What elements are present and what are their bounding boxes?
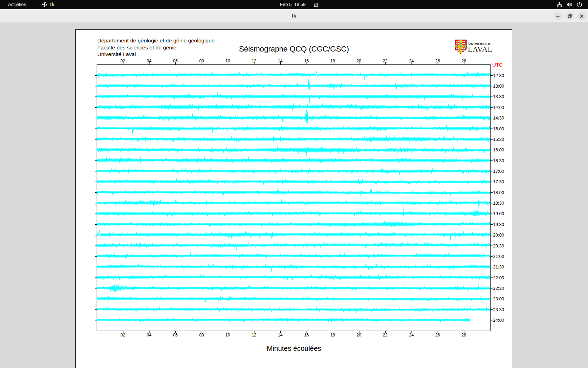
svg-text:20: 20 [357,59,362,63]
svg-text:24: 24 [409,333,414,338]
svg-text:21:00: 21:00 [493,254,504,259]
svg-text:06: 06 [173,333,178,338]
svg-text:28: 28 [462,333,467,338]
svg-text:26: 26 [435,59,440,63]
svg-text:13:30: 13:30 [493,94,504,99]
svg-text:14:00: 14:00 [493,105,504,110]
svg-text:Faculté des sciences et de gén: Faculté des sciences et de génie [97,45,176,50]
svg-text:24:00: 24:00 [493,318,504,323]
svg-text:02: 02 [120,59,125,63]
svg-text:04: 04 [147,333,152,338]
svg-text:15:30: 15:30 [493,137,504,142]
svg-text:08: 08 [199,59,204,63]
svg-text:21:30: 21:30 [493,265,504,270]
svg-text:19:30: 19:30 [493,222,504,227]
svg-text:18: 18 [330,59,335,63]
svg-text:20:30: 20:30 [493,244,504,248]
svg-text:15:00: 15:00 [493,127,504,131]
svg-text:24: 24 [409,59,414,63]
svg-text:22: 22 [383,59,388,63]
svg-text:16:00: 16:00 [493,148,504,152]
svg-text:22: 22 [383,333,388,338]
svg-text:14: 14 [278,59,283,63]
svg-text:10: 10 [225,333,230,338]
svg-text:02: 02 [120,333,125,338]
svg-text:17:00: 17:00 [493,169,504,174]
svg-text:16: 16 [304,59,309,63]
svg-text:13:00: 13:00 [493,84,504,89]
svg-text:19:00: 19:00 [493,211,504,216]
svg-text:Minutes écoulées: Minutes écoulées [267,345,321,352]
svg-text:22:00: 22:00 [493,275,504,280]
svg-text:20: 20 [357,333,362,338]
svg-text:18: 18 [330,333,335,338]
svg-text:16:30: 16:30 [493,158,504,163]
svg-text:18:00: 18:00 [493,190,504,195]
svg-text:23:30: 23:30 [493,307,504,312]
svg-text:Université Laval: Université Laval [97,51,136,57]
svg-text:08: 08 [199,333,204,338]
svg-text:17:30: 17:30 [493,179,504,184]
svg-text:28: 28 [462,59,467,63]
svg-text:04: 04 [147,59,152,63]
svg-text:16: 16 [304,333,309,338]
svg-text:22:30: 22:30 [493,286,504,291]
svg-text:18:30: 18:30 [493,201,504,206]
svg-text:20:00: 20:00 [493,233,504,238]
svg-text:26: 26 [435,333,440,338]
svg-text:14: 14 [278,333,283,338]
svg-text:Séismographe QCQ (CGC/GSC): Séismographe QCQ (CGC/GSC) [239,45,349,53]
svg-text:14:30: 14:30 [493,116,504,121]
svg-text:Département de géologie et de: Département de géologie et de génie géol… [97,38,215,43]
svg-text:LAVAL: LAVAL [468,45,492,54]
svg-text:23:00: 23:00 [493,297,504,301]
svg-text:12: 12 [252,59,257,63]
svg-text:10: 10 [225,59,230,63]
svg-text:UTC: UTC [492,62,503,68]
svg-text:12:30: 12:30 [493,73,504,78]
svg-text:06: 06 [173,59,178,63]
svg-text:12: 12 [252,333,257,338]
